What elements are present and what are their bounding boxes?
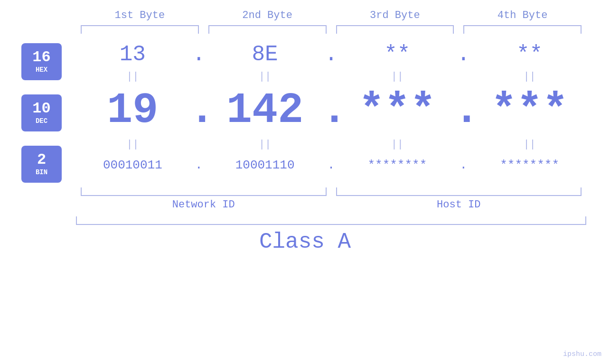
dec-b4: *** — [473, 89, 586, 132]
eq2-b1: || — [76, 139, 189, 150]
network-id-label: Network ID — [76, 199, 331, 211]
labels-row: Network ID Host ID — [0, 199, 610, 211]
badge-hex-label: HEX — [36, 66, 47, 74]
eq1-b3: || — [341, 71, 454, 83]
main-content: 16 HEX 10 DEC 2 BIN 13 . 8E . ** . ** — [0, 38, 610, 187]
eq2-b4: || — [473, 139, 586, 150]
eq1-b2: || — [208, 71, 322, 83]
bracket-3 — [336, 25, 454, 34]
eq-row-1: || || || || — [76, 71, 586, 83]
col-header-3: 3rd Byte — [331, 9, 459, 21]
hex-row: 13 . 8E . ** . ** — [76, 42, 586, 67]
bin-b2: 10001110 — [208, 158, 322, 172]
col-header-4: 4th Byte — [459, 9, 586, 21]
badge-dec-label: DEC — [36, 117, 47, 125]
bracket-4 — [463, 25, 582, 34]
badge-bin: 2 BIN — [21, 146, 62, 183]
eq-row-2: || || || || — [76, 139, 586, 150]
dec-b1: 19 — [76, 89, 189, 132]
badge-bin-label: BIN — [36, 168, 47, 176]
main-container: 1st Byte 2nd Byte 3rd Byte 4th Byte 16 H… — [0, 0, 610, 364]
dec-b3: *** — [341, 89, 454, 132]
bottom-brackets — [0, 187, 610, 196]
bin-dot2: . — [322, 158, 341, 172]
watermark: ipshu.com — [563, 350, 601, 358]
col-header-1: 1st Byte — [76, 9, 204, 21]
badge-dec: 10 DEC — [21, 94, 62, 131]
bracket-2 — [208, 25, 327, 34]
bin-dot1: . — [189, 158, 208, 172]
class-label: Class A — [0, 230, 610, 254]
dec-dot1: . — [189, 86, 208, 135]
bracket-network — [81, 187, 327, 196]
bin-b3: ******** — [341, 158, 454, 172]
eq1-b4: || — [473, 71, 586, 83]
eq2-b2: || — [208, 139, 322, 150]
dec-b2: 142 — [208, 89, 322, 132]
hex-b4: ** — [473, 42, 586, 67]
bin-dot3: . — [454, 158, 473, 172]
data-grid: 13 . 8E . ** . ** || || || || 19 — [76, 38, 586, 187]
col-header-2: 2nd Byte — [204, 9, 331, 21]
hex-dot1: . — [189, 42, 208, 67]
bin-b4: ******** — [473, 158, 586, 172]
badge-hex: 16 HEX — [21, 43, 62, 80]
bracket-1 — [81, 25, 199, 34]
eq2-b3: || — [341, 139, 454, 150]
dec-row: 19 . 142 . *** . *** — [76, 86, 586, 135]
full-bracket — [76, 216, 586, 225]
column-headers: 1st Byte 2nd Byte 3rd Byte 4th Byte — [0, 0, 610, 21]
hex-dot3: . — [454, 42, 473, 67]
hex-dot2: . — [322, 42, 341, 67]
bracket-host — [336, 187, 582, 196]
badge-column: 16 HEX 10 DEC 2 BIN — [21, 38, 76, 187]
badge-bin-num: 2 — [37, 152, 46, 168]
hex-b1: 13 — [76, 42, 189, 67]
eq1-b1: || — [76, 71, 189, 83]
bin-b1: 00010011 — [76, 158, 189, 172]
host-id-label: Host ID — [331, 199, 587, 211]
badge-dec-num: 10 — [32, 101, 50, 116]
dec-dot2: . — [322, 86, 341, 135]
full-bracket-row — [0, 216, 610, 225]
badge-hex-num: 16 — [32, 50, 50, 65]
bin-row: 00010011 . 10001110 . ******** . *******… — [76, 158, 586, 172]
top-brackets — [0, 25, 610, 34]
hex-b2: 8E — [208, 42, 322, 67]
hex-b3: ** — [341, 42, 454, 67]
dec-dot3: . — [454, 86, 473, 135]
